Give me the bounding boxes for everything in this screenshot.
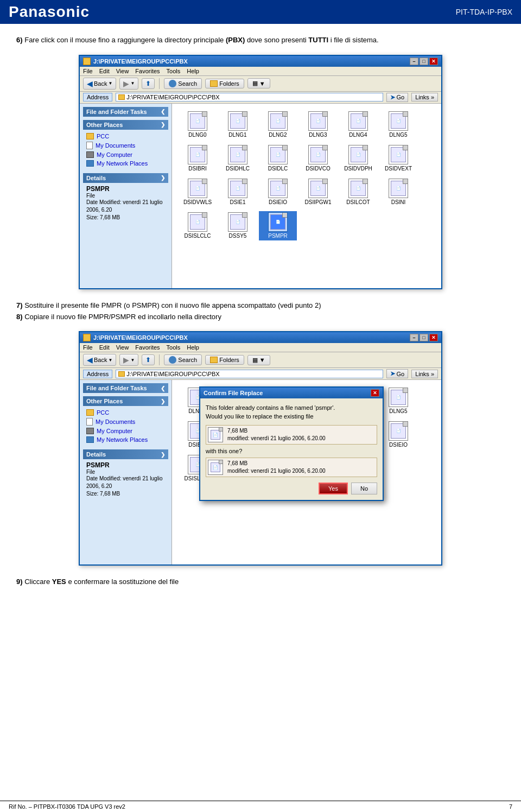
menu-edit-1[interactable]: Edit [99,68,110,74]
forward-dropdown-icon-2[interactable]: ▼ [130,358,135,363]
details-chevron-1: ❯ [161,175,165,181]
file-dsie1[interactable]: 📄DSIE1 [219,177,257,207]
views-btn-1[interactable]: ▦ ▼ [247,78,270,88]
file-dlng5[interactable]: 📄DLNG5 [379,110,417,139]
yes-button[interactable]: Yes [319,483,348,494]
place-network-2[interactable]: My Network Places [86,435,165,444]
go-btn-1[interactable]: ➤ Go [386,93,408,102]
views-btn-2[interactable]: ▦ ▼ [247,355,270,365]
place-network[interactable]: My Network Places [86,159,165,168]
place-my-documents[interactable]: My Documents [86,141,165,150]
menu-help-2[interactable]: Help [187,344,199,351]
file-dsilcot[interactable]: 📄DSILCOT [339,177,377,207]
file-folder-tasks-header-2[interactable]: File and Folder Tasks ❮ [83,383,168,393]
file-dsidhlc[interactable]: 📄DSIDHLC [219,144,257,173]
file-dssy5[interactable]: 📄DSSY5 [219,211,257,240]
explorer-window-2: J:\PRIVATE\MEIGROUP\PCC\PBX – □ ✕ File E… [79,331,442,566]
menu-help-1[interactable]: Help [187,68,199,74]
no-button[interactable]: No [351,483,377,494]
search-btn-2[interactable]: Search [164,354,202,365]
views-dropdown-icon[interactable]: ▼ [259,80,265,87]
pcc-label: PCC [97,133,109,139]
file-dsini[interactable]: 📄DSINI [379,177,417,207]
title-left-2: J:\PRIVATE\MEIGROUP\PCC\PBX [83,334,188,341]
forward-btn-1[interactable]: ▶ ▼ [119,78,138,90]
go-btn-2[interactable]: ➤ Go [386,369,408,378]
my-docs-icon [86,142,93,149]
file2-dsieio[interactable]: 📄DSIEIO [379,420,417,449]
forward-dropdown-icon[interactable]: ▼ [130,81,135,86]
dialog-close-btn[interactable]: ✕ [371,389,379,397]
step9-text-post: e confermare la sostituzione del file [66,578,179,586]
views-dropdown-icon-2[interactable]: ▼ [259,357,265,363]
links-btn-1[interactable]: Links » [411,93,438,101]
file-dsidlc[interactable]: 📄DSIDLC [259,144,297,173]
file-dsibri[interactable]: 📄DSIBRI [179,144,217,173]
minimize-btn-2[interactable]: – [410,334,418,341]
file2-dlng5[interactable]: 📄DLNG5 [379,386,417,416]
place-my-computer[interactable]: My Computer [86,150,165,159]
place-pcc-2[interactable]: PCC [86,408,165,417]
search-label-2: Search [178,357,197,363]
maximize-btn-2[interactable]: □ [420,334,428,341]
maximize-btn-1[interactable]: □ [420,58,428,65]
menu-view-1[interactable]: View [116,68,129,74]
file-dsieio[interactable]: 📄DSIEIO [259,177,297,207]
place-my-documents-2[interactable]: My Documents [86,417,165,427]
forward-btn-2[interactable]: ▶ ▼ [119,354,138,366]
file-dlng1[interactable]: 📄DLNG1 [219,110,257,139]
close-btn-2[interactable]: ✕ [429,334,438,341]
address-path-1[interactable]: J:\PRIVATE\MEIGROUP\PCC\PBX [116,93,383,101]
network-label: My Network Places [97,160,148,167]
win-controls-2[interactable]: – □ ✕ [410,334,438,341]
menu-favorites-1[interactable]: Favorites [135,68,160,74]
file-dsidvext[interactable]: 📄DSIDVEXT [379,144,417,173]
folders-btn-2[interactable]: Folders [205,355,244,365]
menu-favorites-2[interactable]: Favorites [135,344,160,351]
file-psmpr-selected[interactable]: 📄PSMPR [259,211,297,240]
details-body-1: PSMPR File Date Modified: venerdì 21 lug… [83,183,168,224]
menu-file-2[interactable]: File [83,344,93,351]
win-controls-1[interactable]: – □ ✕ [410,58,438,65]
menu-edit-2[interactable]: Edit [99,344,110,351]
file-dsidvco[interactable]: 📄DSIDVCO [299,144,337,173]
search-btn-1[interactable]: Search [164,78,202,89]
file-dlng0[interactable]: 📄DLNG0 [179,110,217,139]
file-dsidvdph[interactable]: 📄DSIDVDPH [339,144,377,173]
footer-left: Rif No. – PITPBX-IT0306 TDA UPG V3 rev2 [9,803,125,810]
menu-file-1[interactable]: File [83,68,93,74]
links-btn-2[interactable]: Links » [411,370,438,378]
file-dsidvwls[interactable]: 📄DSIDVWLS [179,177,217,207]
other-places-header[interactable]: Other Places ❯ [83,120,168,130]
file-dlng4[interactable]: 📄DLNG4 [339,110,377,139]
folders-btn-1[interactable]: Folders [205,79,244,88]
back-btn-1[interactable]: ◀ Back ▼ [83,78,116,90]
up-btn-2[interactable]: ⬆ [142,354,155,365]
footer-right: 7 [509,803,512,810]
file-dlng2[interactable]: 📄DLNG2 [259,110,297,139]
file-dsislclc[interactable]: 📄DSISLCLC [179,211,217,240]
file-folder-tasks-chevron-2: ❮ [161,385,165,391]
up-btn-1[interactable]: ⬆ [142,78,155,89]
back-label-2: Back [94,357,107,363]
back-dropdown-icon[interactable]: ▼ [108,81,112,86]
page-header: Panasonic PIT-TDA-IP-PBX [0,0,521,24]
other-places-header-2[interactable]: Other Places ❯ [83,396,168,406]
details-header-2[interactable]: Details ❯ [83,449,168,459]
back-btn-2[interactable]: ◀ Back ▼ [83,354,116,366]
close-btn-1[interactable]: ✕ [429,58,438,65]
place-pcc[interactable]: PCC [86,132,165,141]
address-path-2[interactable]: J:\PRIVATE\MEIGROUP\PCC\PBX [116,370,383,378]
menu-tools-1[interactable]: Tools [167,68,181,74]
minimize-btn-1[interactable]: – [410,58,418,65]
back-dropdown-icon-2[interactable]: ▼ [108,358,112,363]
pcc-label-2: PCC [97,409,109,416]
file-dlng3[interactable]: 📄DLNG3 [299,110,337,139]
details-section-2: Details ❯ PSMPR File Date Modified: vene… [83,449,168,500]
file-folder-tasks-header[interactable]: File and Folder Tasks ❮ [83,107,168,117]
place-my-computer-2[interactable]: My Computer [86,427,165,435]
menu-view-2[interactable]: View [116,344,129,351]
menu-tools-2[interactable]: Tools [167,344,181,351]
file-dsiipgw1[interactable]: 📄DSIIPGW1 [299,177,337,207]
details-header-1[interactable]: Details ❯ [83,173,168,183]
